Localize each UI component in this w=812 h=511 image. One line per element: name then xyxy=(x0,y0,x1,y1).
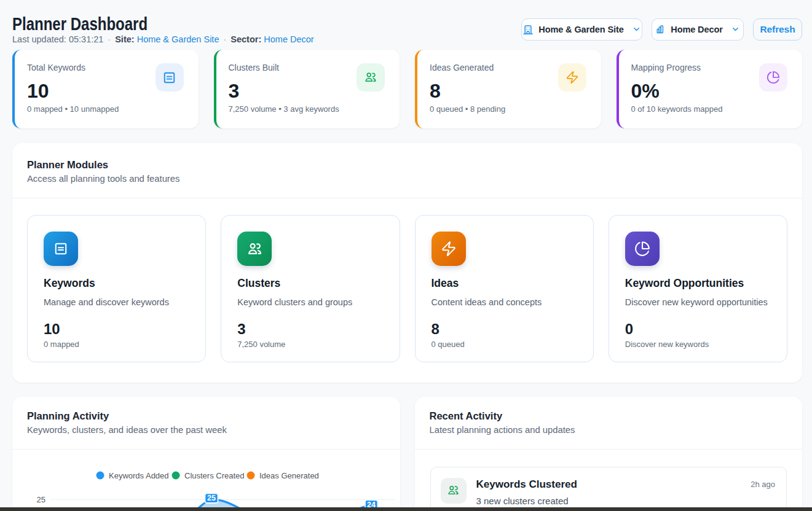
svg-text:25: 25 xyxy=(37,495,45,504)
svg-text:Keywords Added: Keywords Added xyxy=(109,471,169,480)
svg-text:Ideas Generated: Ideas Generated xyxy=(259,471,319,480)
svg-text:Clusters Created: Clusters Created xyxy=(184,471,245,480)
svg-text:25: 25 xyxy=(207,494,216,502)
